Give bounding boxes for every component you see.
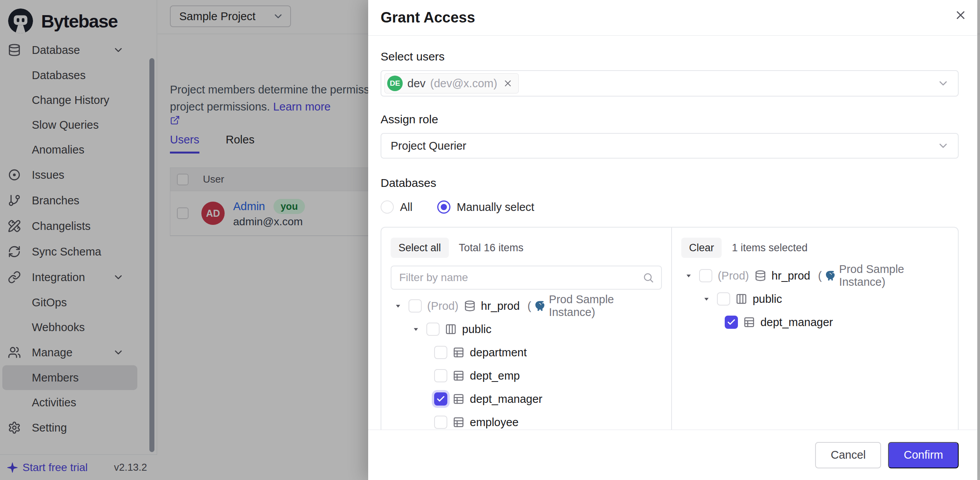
caret-down-icon[interactable]	[411, 324, 421, 334]
modal-title: Grant Access	[381, 9, 475, 26]
table-icon	[453, 370, 464, 382]
tree-row-schema[interactable]: public	[391, 318, 662, 341]
checkbox[interactable]	[434, 369, 447, 382]
node-name: dept_manager	[760, 316, 833, 329]
radio-label: Manually select	[457, 201, 534, 214]
table-icon	[453, 416, 464, 428]
chip-user-name: dev	[407, 77, 426, 90]
schema-icon	[445, 323, 457, 335]
databases-label: Databases	[381, 176, 959, 190]
total-items-label: Total 16 items	[459, 242, 524, 254]
select-users-label: Select users	[381, 50, 959, 63]
clear-button[interactable]: Clear	[681, 238, 722, 258]
tree-row-table[interactable]: dept_emp	[391, 364, 662, 387]
checkbox[interactable]	[434, 416, 447, 429]
tree-row-table[interactable]: department	[391, 341, 662, 364]
radio-icon	[437, 200, 450, 214]
transfer-selected-panel: Clear 1 items selected (Prod) hr_prod (	[672, 228, 958, 430]
checkbox[interactable]	[409, 299, 422, 313]
check-icon	[436, 394, 445, 404]
role-value: Project Querier	[391, 140, 466, 152]
checkbox-checked[interactable]	[725, 316, 738, 329]
database-scope-radios: All Manually select	[381, 200, 959, 214]
env-label: (Prod)	[718, 269, 749, 282]
filter-input[interactable]	[399, 271, 642, 284]
confirm-button[interactable]: Confirm	[888, 442, 959, 468]
grant-access-modal: Grant Access Select users DE dev (dev@x.…	[368, 0, 977, 480]
chip-user-email: (dev@x.com)	[430, 77, 497, 90]
search-icon	[642, 272, 654, 283]
database-icon	[464, 300, 476, 312]
chevron-down-icon	[937, 77, 949, 90]
radio-label: All	[400, 201, 412, 214]
database-transfer: Select all Total 16 items (Prod)	[381, 227, 959, 430]
tree-row-schema[interactable]: public	[681, 287, 949, 311]
filter-box	[391, 266, 662, 290]
avatar: DE	[387, 76, 403, 91]
app-root: Bytebase Database Databases Change Histo…	[0, 0, 980, 480]
postgres-icon	[534, 300, 546, 312]
tree-row-database[interactable]: (Prod) hr_prod ( Prod Sample Instance)	[681, 264, 949, 287]
env-label: (Prod)	[427, 300, 459, 313]
tree-row-table[interactable]: dept_manager	[391, 387, 662, 411]
postgres-icon	[825, 270, 836, 281]
caret-down-icon[interactable]	[684, 271, 694, 281]
source-tree: (Prod) hr_prod ( Prod Sample Instance)	[391, 294, 662, 430]
tree-row-table[interactable]: dept_manager	[681, 311, 949, 334]
selected-tree: (Prod) hr_prod ( Prod Sample Instance)	[681, 264, 949, 334]
table-icon	[453, 393, 464, 405]
close-icon[interactable]	[954, 9, 967, 22]
node-name: dept_emp	[470, 369, 520, 382]
selected-items-label: 1 items selected	[732, 242, 807, 254]
transfer-source-panel: Select all Total 16 items (Prod)	[381, 228, 672, 430]
radio-all[interactable]: All	[381, 200, 412, 214]
radio-icon	[381, 200, 394, 214]
user-chip: DE dev (dev@x.com)	[384, 73, 519, 93]
role-select[interactable]: Project Querier	[381, 133, 959, 159]
instance-annotation: ( Prod Sample Instance)	[528, 293, 662, 319]
chevron-down-icon	[937, 140, 949, 152]
check-icon	[727, 318, 736, 327]
node-name: hr_prod	[481, 300, 520, 313]
table-icon	[453, 347, 464, 358]
checkbox[interactable]	[434, 346, 447, 359]
modal-footer: Cancel Confirm	[368, 430, 977, 480]
node-name: public	[462, 323, 492, 336]
modal-body: Select users DE dev (dev@x.com) Assign r…	[368, 36, 977, 430]
checkbox[interactable]	[717, 292, 730, 306]
checkbox[interactable]	[426, 323, 440, 336]
tree-row-table[interactable]: employee	[391, 411, 662, 430]
database-icon	[755, 270, 766, 281]
node-name: employee	[470, 416, 519, 429]
remove-user-icon[interactable]	[503, 78, 513, 88]
caret-down-icon[interactable]	[701, 294, 712, 304]
checkbox[interactable]	[699, 269, 712, 282]
node-name: hr_prod	[772, 269, 810, 282]
node-name: public	[753, 293, 782, 306]
select-all-button[interactable]: Select all	[391, 238, 449, 258]
table-icon	[743, 316, 755, 328]
checkbox-checked[interactable]	[434, 392, 447, 406]
modal-header: Grant Access	[368, 0, 977, 36]
tree-row-database[interactable]: (Prod) hr_prod ( Prod Sample Instance)	[391, 294, 662, 318]
users-multiselect[interactable]: DE dev (dev@x.com)	[381, 70, 959, 97]
node-name: dept_manager	[470, 393, 542, 406]
cancel-button[interactable]: Cancel	[815, 442, 881, 468]
radio-manually-select[interactable]: Manually select	[437, 200, 534, 214]
schema-icon	[736, 293, 747, 305]
node-name: department	[470, 346, 527, 359]
assign-role-label: Assign role	[381, 113, 959, 126]
caret-down-icon[interactable]	[393, 301, 403, 311]
instance-annotation: ( Prod Sample Instance)	[818, 263, 949, 288]
